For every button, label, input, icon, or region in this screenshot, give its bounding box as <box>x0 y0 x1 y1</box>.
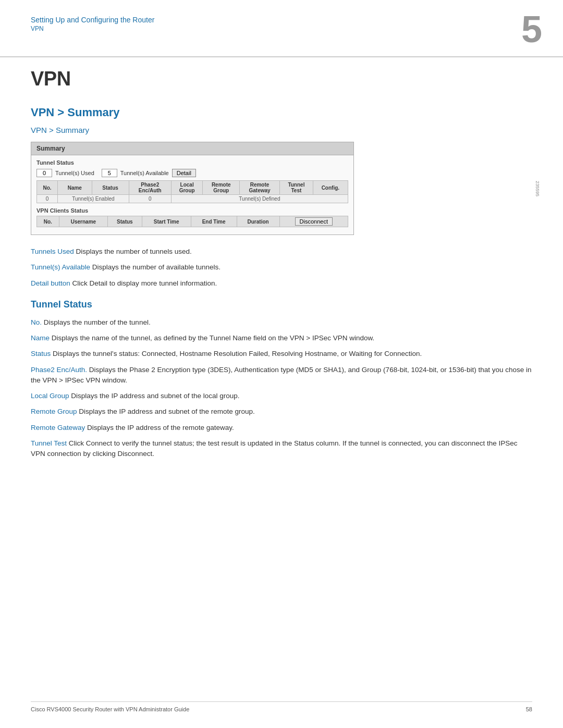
ss-tunnel-status-label: Tunnel Status <box>36 159 348 166</box>
tunnels-available-desc: Displays the number of available tunnels… <box>92 263 221 271</box>
detail-term: Detail button <box>31 279 70 287</box>
remote-group-term: Remote Group <box>31 408 77 415</box>
cell-enabled: Tunnel(s) Enabled <box>58 195 129 203</box>
tunnel-test-para: Tunnel Test Click Connect to verify the … <box>31 438 532 460</box>
disconnect-col: Disconnect <box>279 216 348 227</box>
name-term: Name <box>31 334 50 342</box>
tunnels-available-para: Tunnel(s) Available Displays the number … <box>31 262 532 273</box>
col-phase2: Phase2Enc/Auth <box>129 181 171 195</box>
col-remote-gateway: RemoteGateway <box>239 181 279 195</box>
tunnel-test-desc: Click Connect to verify the tunnel statu… <box>31 439 518 458</box>
detail-para: Detail button Click Detail to display mo… <box>31 278 532 289</box>
col-config: Config. <box>313 181 348 195</box>
no-desc: Displays the number of the tunnel. <box>44 318 151 326</box>
remote-group-desc: Displays the IP address and subnet of th… <box>79 408 254 415</box>
subsection-heading: VPN > Summary <box>31 126 532 134</box>
remote-gateway-desc: Displays the IP address of the remote ga… <box>87 424 234 431</box>
col-status: Status <box>92 181 129 195</box>
section-heading: VPN > Summary <box>31 106 532 119</box>
screenshot-title: Summary <box>31 142 353 155</box>
disconnect-button[interactable]: Disconnect <box>295 217 333 226</box>
name-desc: Displays the name of the tunnel, as defi… <box>52 334 374 342</box>
clients-col-duration: Duration <box>237 216 279 227</box>
tunnel-status-heading: Tunnel Status <box>31 299 532 310</box>
detail-button[interactable]: Detail <box>172 169 196 177</box>
ss-tunnel-row: 0 Tunnel(s) Used 5 Tunnel(s) Available D… <box>36 169 348 177</box>
tunnels-used-term: Tunnels Used <box>31 248 74 255</box>
phase2-term: Phase2 Enc/Auth. <box>31 366 87 374</box>
table-row-enabled: 0 Tunnel(s) Enabled 0 Tunnel(s) Defined <box>37 195 348 203</box>
status-desc: Displays the tunnel's status: Connected,… <box>53 350 422 357</box>
chapter-number: 5 <box>521 10 542 48</box>
header-chapter-title: Setting Up and Configuring the Router <box>31 16 154 24</box>
screenshot-container: Summary Tunnel Status 0 Tunnel(s) Used 5… <box>31 142 532 235</box>
clients-col-start: Start Time <box>142 216 191 227</box>
ss-tunnel-used-label: Tunnel(s) Used <box>55 170 94 176</box>
vpn-clients-label: VPN Clients Status <box>36 207 348 214</box>
local-group-term: Local Group <box>31 392 69 400</box>
clients-col-username: Username <box>59 216 107 227</box>
col-name: Name <box>58 181 92 195</box>
col-tunnel-test: TunnelTest <box>280 181 313 195</box>
page-header: Setting Up and Configuring the Router VP… <box>0 0 563 57</box>
name-para: Name Displays the name of the tunnel, as… <box>31 333 532 343</box>
local-group-para: Local Group Displays the IP address and … <box>31 391 532 401</box>
clients-table: No. Username Status Start Time End Time … <box>36 216 348 227</box>
footer-left: Cisco RVS4000 Security Router with VPN A… <box>31 706 189 712</box>
col-no: No. <box>37 181 58 195</box>
page-title: VPN <box>31 68 532 90</box>
figure-number: 235595 <box>535 180 540 196</box>
phase2-desc: Displays the Phase 2 Encryption type (3D… <box>31 366 532 384</box>
header-sub: VPN <box>31 25 154 32</box>
tunnel-test-term: Tunnel Test <box>31 439 67 447</box>
tunnels-used-desc: Displays the number of tunnels used. <box>76 248 192 255</box>
tunnels-available-term: Tunnel(s) Available <box>31 263 90 271</box>
tunnels-used-para: Tunnels Used Displays the number of tunn… <box>31 246 532 257</box>
ss-tunnel-used-input[interactable]: 0 <box>36 169 52 177</box>
status-term: Status <box>31 350 51 357</box>
clients-col-end: End Time <box>191 216 237 227</box>
remote-gateway-term: Remote Gateway <box>31 424 85 431</box>
header-text-block: Setting Up and Configuring the Router VP… <box>31 16 154 32</box>
clients-col-no: No. <box>37 216 59 227</box>
col-local-group: LocalGroup <box>171 181 203 195</box>
ss-tunnel-available-label: Tunnel(s) Available <box>120 170 169 176</box>
tunnel-table: No. Name Status Phase2Enc/Auth LocalGrou… <box>36 180 348 203</box>
ss-tunnel-available-input[interactable]: 5 <box>102 169 117 177</box>
footer-right: 58 <box>526 706 532 712</box>
no-term: No. <box>31 318 42 326</box>
main-content: VPN VPN > Summary VPN > Summary Summary … <box>31 68 532 464</box>
page-footer: Cisco RVS4000 Security Router with VPN A… <box>31 701 532 712</box>
remote-group-para: Remote Group Displays the IP address and… <box>31 406 532 417</box>
no-para: No. Displays the number of the tunnel. <box>31 317 532 328</box>
cell-defined: Tunnel(s) Defined <box>171 195 348 203</box>
cell-1: 0 <box>129 195 171 203</box>
remote-gateway-para: Remote Gateway Displays the IP address o… <box>31 423 532 433</box>
cell-0: 0 <box>37 195 58 203</box>
detail-desc: Click Detail to display more tunnel info… <box>72 279 217 287</box>
screenshot-body: Tunnel Status 0 Tunnel(s) Used 5 Tunnel(… <box>31 155 353 235</box>
phase2-para: Phase2 Enc/Auth. Displays the Phase 2 En… <box>31 365 532 386</box>
local-group-desc: Displays the IP address and subnet of th… <box>71 392 239 400</box>
col-remote-group: RemoteGroup <box>203 181 240 195</box>
clients-col-status: Status <box>108 216 142 227</box>
screenshot-box: Summary Tunnel Status 0 Tunnel(s) Used 5… <box>31 142 354 235</box>
status-para: Status Displays the tunnel's status: Con… <box>31 349 532 359</box>
